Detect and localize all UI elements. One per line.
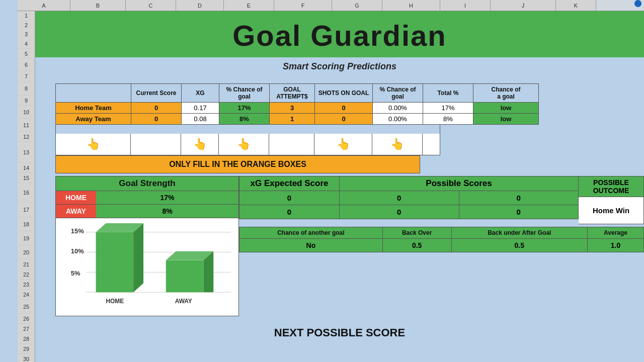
away-bar-front [166, 260, 204, 293]
away-strength-label: AWAY [56, 205, 96, 218]
pointer-icon-6: 👆 [337, 138, 350, 151]
away-chance-goal: low [473, 114, 539, 125]
th-current-score: Current Score [131, 84, 182, 103]
xg-possible-outcome-row: xG Expected Score 0 0 Possible Scores 0 … [239, 176, 644, 224]
possible-score-r1c2: 0 [459, 191, 579, 205]
row-9: 9 [18, 96, 35, 106]
row-21: 21 [18, 259, 35, 269]
col-h: H [382, 0, 440, 11]
goal-strength-block: Goal Strength HOME 17% AWAY 8% 15% [55, 176, 239, 316]
away-current-score[interactable]: 0 [131, 114, 182, 125]
away-strength-value: 8% [96, 205, 238, 218]
away-strength-row: AWAY 8% [55, 205, 239, 218]
home-bar-label: HOME [106, 298, 124, 305]
away-team-row: Away Team 0 0.08 8% 1 0 0.00% 8% low [56, 114, 539, 125]
row-23: 23 [18, 280, 35, 290]
home-team-label[interactable]: Home Team [56, 103, 131, 114]
away-goal-attempts[interactable]: 1 [270, 114, 315, 125]
th-chance-pct: % Chance of goal [219, 84, 270, 103]
row-4: 4 [18, 39, 35, 48]
row-22: 22 [18, 269, 35, 280]
bar-chart: 15% 10% 5% [56, 218, 238, 316]
th-goal-attempts: GOALATTEMPT$ [270, 84, 315, 103]
main-content: 1 2 3 4 5 6 7 8 9 10 11 12 13 14 15 16 1… [18, 11, 644, 362]
outcome-value: Home Win [579, 197, 644, 224]
possible-score-r1c1: 0 [340, 191, 459, 205]
col-j: J [491, 0, 556, 11]
home-xg[interactable]: 0.17 [182, 103, 219, 114]
row-numbers-col: 1 2 3 4 5 6 7 8 9 10 11 12 13 14 15 16 1… [18, 11, 35, 362]
pointer-cell-5 [269, 134, 314, 155]
home-strength-row: HOME 17% [55, 191, 239, 205]
next-score-label: NEXT POSSIBLE SCORE [274, 326, 405, 339]
goal-strength-title: Goal Strength [55, 176, 239, 191]
th-chance-goal: Chance ofa goal [473, 84, 539, 103]
col-e: E [224, 0, 274, 11]
col-d: D [176, 0, 224, 11]
pointer-icon-4: 👆 [237, 138, 251, 151]
possible-score-r2c2: 0 [459, 205, 579, 219]
row-13: 13 [18, 142, 35, 163]
pointer-icon-3: 👆 [193, 138, 207, 151]
row-12: 12 [18, 132, 35, 142]
home-bar-side [133, 223, 143, 292]
away-shots[interactable]: 0 [315, 114, 373, 125]
away-xg[interactable]: 0.08 [182, 114, 219, 125]
chart-area: 15% 10% 5% [55, 218, 239, 316]
xg-home-val: 0 [239, 191, 340, 205]
possible-score-r2c1: 0 [340, 205, 459, 219]
right-panels: xG Expected Score 0 0 Possible Scores 0 … [239, 176, 644, 316]
stats-table-container: Current Score XG % Chance of goal GOALAT… [35, 83, 644, 173]
outcome-title: POSSIBLE OUTCOME [579, 176, 644, 197]
home-goal-attempts[interactable]: 3 [270, 103, 315, 114]
home-bar-front [96, 232, 134, 292]
th-xg: XG [182, 84, 219, 103]
th-total: Total % [423, 84, 473, 103]
row-25: 25 [18, 300, 35, 314]
bottom-stats-row: No 0.5 0.5 1.0 [239, 239, 644, 252]
row-1: 1 [18, 11, 35, 20]
row-26: 26 [18, 314, 35, 324]
row-15: 15 [18, 173, 35, 183]
home-shots[interactable]: 0 [315, 103, 373, 114]
away-team-label[interactable]: Away Team [56, 114, 131, 125]
home-strength-value: 17% [96, 191, 238, 204]
pointer-row: 👆 👆 👆 👆 👆 [55, 134, 440, 155]
row-11: 11 [18, 119, 35, 132]
row-2: 2 [18, 21, 35, 30]
pointer-cell-3: 👆 [181, 134, 219, 155]
possible-scores-block: Possible Scores 0 0 0 0 [340, 176, 579, 224]
row-24: 24 [18, 290, 35, 300]
row-5: 5 [18, 49, 35, 59]
next-score-row: NEXT POSSIBLE SCORE [35, 326, 644, 339]
home-total-pct: 17% [423, 103, 473, 114]
bottom-section: Goal Strength HOME 17% AWAY 8% 15% [55, 176, 644, 316]
bval-back-over: 0.5 [382, 239, 451, 252]
bth-back-under: Back under After Goal [451, 227, 588, 239]
col-g: G [332, 0, 382, 11]
col-a: A [18, 0, 70, 11]
pointer-cell-8 [423, 134, 440, 155]
possible-scores-row2: 0 0 [340, 205, 579, 219]
home-current-score[interactable]: 0 [131, 103, 182, 114]
row-3: 3 [18, 30, 35, 39]
instruction-row: ONLY FILL IN THE ORANGE BOXES [55, 155, 420, 173]
row-27: 27 [18, 324, 35, 334]
selection-indicator [634, 0, 641, 7]
pointer-cell-1: 👆 [55, 134, 131, 155]
xg-title: xG Expected Score [239, 176, 340, 191]
th-chance2: % Chance of goal [373, 84, 423, 103]
bth-chance: Chance of another goal [239, 227, 383, 239]
row-8: 8 [18, 81, 35, 96]
away-total-pct: 8% [423, 114, 473, 125]
column-headers: A B C D E F G H I J K [18, 0, 644, 11]
home-strength-label: HOME [56, 191, 96, 204]
row-10: 10 [18, 106, 35, 119]
app-subtitle: Smart Scoring Predictions [283, 61, 396, 71]
bottom-stats-container: Chance of another goal Back Over Back un… [239, 227, 644, 252]
home-team-row: Home Team 0 0.17 17% 3 0 0.00% 17% low [56, 103, 539, 114]
possible-scores-title: Possible Scores [340, 176, 579, 191]
outcome-block: POSSIBLE OUTCOME Home Win [579, 176, 644, 224]
app-title: Goal Guardian [35, 19, 644, 52]
row-6: 6 [18, 59, 35, 71]
